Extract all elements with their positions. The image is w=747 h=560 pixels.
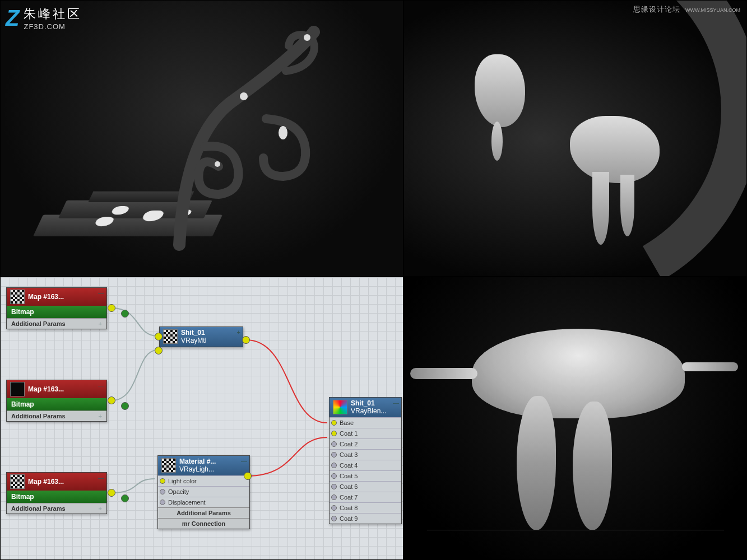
socket-icon[interactable] <box>331 505 337 511</box>
node-type-label: VRayLigh... <box>179 465 216 473</box>
additional-params-row[interactable]: Additional Params <box>158 507 249 518</box>
collapse-icon[interactable]: — <box>98 290 104 296</box>
node-output-socket[interactable] <box>242 336 250 344</box>
slot-coat-1[interactable]: Coat 1 <box>330 428 401 438</box>
ornament-model <box>22 15 381 262</box>
node-type-label: VRayBlen... <box>351 407 386 415</box>
node-vraymtl[interactable]: Shit_01VRayMtl+ <box>159 326 243 347</box>
node-thumbnail-icon <box>10 290 25 304</box>
slot-light-color[interactable]: Light color <box>158 475 249 486</box>
node-title: Map #163... <box>28 385 64 393</box>
node-title: Material #... <box>179 458 216 465</box>
expand-icon[interactable]: + <box>237 329 240 335</box>
zf3d-logo-icon: Z <box>6 6 19 31</box>
node-bitmap-1[interactable]: Map #163...— Bitmap Additional Params+ <box>6 287 107 329</box>
node-type-label: Bitmap <box>7 398 106 410</box>
node-thumbnail-icon <box>161 458 176 473</box>
svg-point-3 <box>279 126 287 139</box>
node-output-socket[interactable] <box>121 402 129 410</box>
collapse-icon[interactable]: — <box>393 399 399 406</box>
node-thumbnail-icon <box>163 329 178 344</box>
node-thumbnail-icon <box>10 382 25 396</box>
node-output-socket[interactable] <box>121 494 129 502</box>
node-output-socket[interactable] <box>108 304 115 312</box>
node-input-socket[interactable] <box>155 333 163 340</box>
socket-icon[interactable] <box>331 473 337 479</box>
node-thumbnail-icon <box>10 474 25 489</box>
viewport-ornament-wide[interactable] <box>0 0 403 277</box>
node-title: Shit_01 <box>181 329 206 337</box>
watermark-right-en: WWW.MISSYUAN.COM <box>685 7 740 13</box>
slot-coat-7[interactable]: Coat 7 <box>330 492 401 502</box>
node-title: Shit_01 <box>351 399 386 407</box>
socket-icon[interactable] <box>331 516 337 521</box>
node-output-socket[interactable] <box>244 472 252 480</box>
node-output-socket[interactable] <box>121 310 129 318</box>
node-type-label: VRayMtl <box>181 337 206 344</box>
expand-icon[interactable]: + <box>99 413 102 419</box>
node-vrayblend[interactable]: Shit_01VRayBlen...— Base Coat 1 Coat 2 C… <box>329 397 402 524</box>
slot-coat-8[interactable]: Coat 8 <box>330 502 401 513</box>
svg-point-2 <box>215 161 220 167</box>
socket-icon[interactable] <box>331 441 337 447</box>
node-title: Map #163... <box>28 293 64 301</box>
watermark-right-cn: 思缘设计论坛 <box>633 5 680 13</box>
slot-coat-9[interactable]: Coat 9 <box>330 513 401 524</box>
node-thumbnail-icon <box>333 400 347 414</box>
node-input-socket[interactable] <box>155 347 163 354</box>
slot-coat-6[interactable]: Coat 6 <box>330 481 401 492</box>
additional-params-row[interactable]: Additional Params+ <box>7 503 106 514</box>
collapse-icon[interactable]: — <box>241 458 247 464</box>
additional-params-row[interactable]: Additional Params+ <box>7 410 106 421</box>
socket-icon[interactable] <box>331 452 337 458</box>
viewport-sculpt-closeup[interactable] <box>403 277 747 560</box>
slot-coat-4[interactable]: Coat 4 <box>330 460 401 470</box>
socket-icon[interactable] <box>331 431 337 436</box>
socket-icon[interactable] <box>160 489 165 494</box>
node-bitmap-3[interactable]: Map #163...— Bitmap Additional Params+ <box>6 472 107 514</box>
sculpted-drip-mesh <box>427 290 724 547</box>
curved-arm-closeup <box>413 15 738 262</box>
node-output-socket[interactable] <box>108 396 115 404</box>
expand-icon[interactable]: + <box>99 505 102 512</box>
slot-coat-2[interactable]: Coat 2 <box>330 438 401 449</box>
node-type-label: Bitmap <box>7 491 106 503</box>
watermark-left-cn: 朱峰社区 <box>24 6 82 22</box>
slot-opacity[interactable]: Opacity <box>158 486 249 497</box>
node-title: Map #163... <box>28 478 64 486</box>
node-bitmap-2[interactable]: Map #163...— Bitmap Additional Params+ <box>6 380 107 422</box>
slot-coat-3[interactable]: Coat 3 <box>330 449 401 460</box>
slot-coat-5[interactable]: Coat 5 <box>330 470 401 481</box>
socket-icon[interactable] <box>160 478 165 484</box>
expand-icon[interactable]: + <box>99 320 102 327</box>
svg-point-1 <box>240 92 248 100</box>
mr-connection-row[interactable]: mr Connection <box>158 518 249 529</box>
socket-icon[interactable] <box>331 420 337 426</box>
collapse-icon[interactable]: — <box>98 382 104 389</box>
node-type-label: Bitmap <box>7 306 106 318</box>
socket-icon[interactable] <box>331 494 337 500</box>
slot-base[interactable]: Base <box>330 417 401 428</box>
slot-displacement[interactable]: Displacement <box>158 497 249 507</box>
node-vraylight[interactable]: Material #...VRayLigh...— Light color Op… <box>157 455 250 529</box>
svg-point-0 <box>304 34 310 41</box>
scroll-arm <box>157 21 347 256</box>
watermark-right: 思缘设计论坛 WWW.MISSYUAN.COM <box>633 4 740 15</box>
socket-icon[interactable] <box>331 484 337 489</box>
node-output-socket[interactable] <box>108 489 115 497</box>
collapse-icon[interactable]: — <box>98 474 104 481</box>
socket-icon[interactable] <box>331 463 337 468</box>
watermark-left-en: ZF3D.COM <box>24 22 82 31</box>
material-node-editor[interactable]: Map #163...— Bitmap Additional Params+ M… <box>0 277 403 560</box>
additional-params-row[interactable]: Additional Params+ <box>7 318 106 329</box>
watermark-left: Z 朱峰社区 ZF3D.COM <box>6 6 82 31</box>
socket-icon[interactable] <box>160 500 165 505</box>
viewport-drip-closeup[interactable] <box>403 0 747 277</box>
